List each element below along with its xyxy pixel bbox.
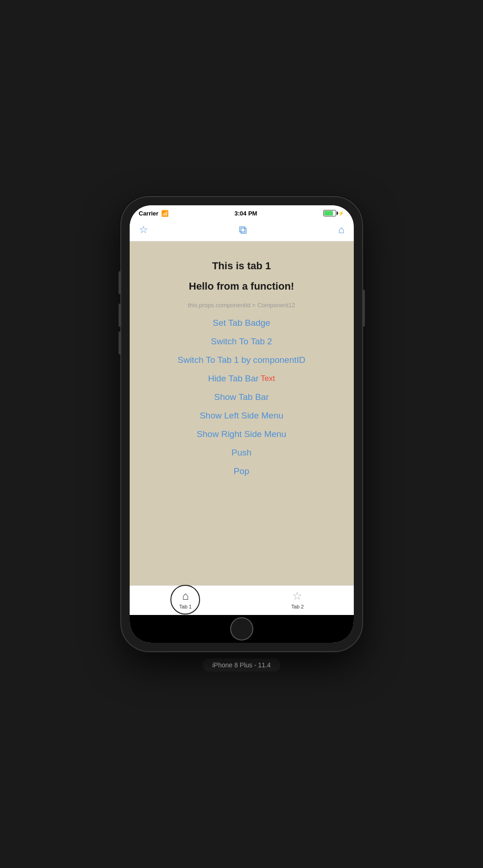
set-tab-badge-button[interactable]: Set Tab Badge: [213, 318, 270, 328]
status-bar: Carrier 📶 3:04 PM ⚡: [130, 205, 354, 220]
main-content: This is tab 1 Hello from a function! thi…: [130, 241, 354, 585]
tab-1-label: Tab 1: [179, 604, 192, 609]
battery-fill: [324, 211, 333, 215]
content-title: This is tab 1: [212, 260, 271, 272]
navigation-bar: ☆ ⧉ ⌂: [130, 220, 354, 241]
show-right-side-menu-button[interactable]: Show Right Side Menu: [197, 429, 286, 439]
screen: Carrier 📶 3:04 PM ⚡ ☆ ⧉ ⌂: [130, 205, 354, 643]
device-label: iPhone 8 Plus - 11.4: [203, 659, 280, 672]
component-id-text: this.props.componentId = Component12: [188, 302, 295, 309]
switch-to-tab-1-by-component-id-button[interactable]: Switch To Tab 1 by componentID: [177, 355, 305, 365]
pages-nav-icon[interactable]: ⧉: [239, 223, 247, 236]
star-nav-icon[interactable]: ☆: [139, 224, 148, 236]
status-right: ⚡: [323, 210, 345, 216]
bolt-icon: ⚡: [338, 210, 345, 216]
show-left-side-menu-button[interactable]: Show Left Side Menu: [200, 411, 283, 421]
phone-device: Carrier 📶 3:04 PM ⚡ ☆ ⧉ ⌂: [121, 197, 362, 651]
tab-2-icon: ☆: [292, 589, 302, 602]
phone-inner: Carrier 📶 3:04 PM ⚡ ☆ ⧉ ⌂: [130, 205, 354, 643]
text-overlay: Text: [261, 374, 275, 383]
tab-bar: ⌂ Tab 1 ☆ Tab 2: [130, 585, 354, 615]
tab-1-icon: ⌂: [182, 589, 189, 602]
status-left: Carrier 📶: [139, 210, 169, 217]
carrier-text: Carrier: [139, 210, 159, 217]
tab-2-label: Tab 2: [291, 604, 304, 609]
home-nav-icon[interactable]: ⌂: [338, 224, 344, 236]
hide-tab-bar-button[interactable]: Hide Tab Bar Text: [208, 374, 275, 384]
status-time: 3:04 PM: [234, 210, 257, 217]
phone-wrapper: Carrier 📶 3:04 PM ⚡ ☆ ⧉ ⌂: [121, 197, 362, 672]
battery-icon: [323, 210, 336, 216]
hide-tab-bar-label: Hide Tab Bar: [208, 374, 259, 384]
content-subtitle: Hello from a function!: [189, 280, 294, 292]
switch-to-tab-2-button[interactable]: Switch To Tab 2: [211, 336, 272, 347]
tab-2-item[interactable]: ☆ Tab 2: [291, 589, 304, 609]
pop-button[interactable]: Pop: [234, 466, 250, 476]
tab-1-item[interactable]: ⌂ Tab 1: [179, 589, 192, 609]
push-button[interactable]: Push: [232, 448, 251, 458]
wifi-icon: 📶: [161, 210, 169, 217]
show-tab-bar-button[interactable]: Show Tab Bar: [214, 392, 269, 402]
home-button[interactable]: [230, 617, 253, 640]
home-button-area: [130, 615, 354, 643]
